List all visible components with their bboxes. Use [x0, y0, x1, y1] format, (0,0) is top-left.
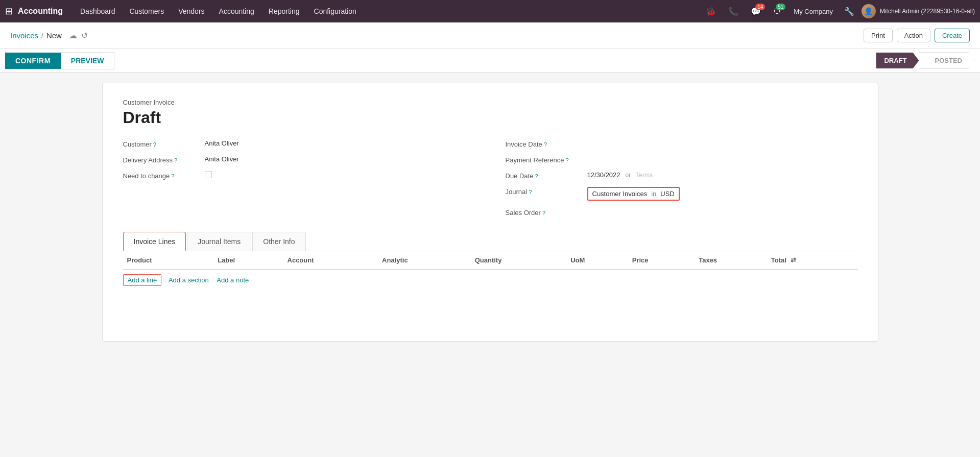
- status-bar: CONFIRM PREVIEW DRAFT POSTED: [0, 49, 980, 73]
- clock-icon[interactable]: ⏱ 51: [769, 5, 785, 18]
- save-cloud-icon[interactable]: ☁: [69, 31, 77, 40]
- nav-vendors[interactable]: Vendors: [171, 0, 211, 22]
- invoice-card: Customer Invoice Draft Customer ? Anita …: [102, 83, 878, 342]
- col-product: Product: [123, 251, 214, 270]
- due-date-label: Due Date ?: [506, 171, 587, 180]
- col-price: Price: [628, 251, 695, 270]
- col-uom: UoM: [566, 251, 628, 270]
- nav-dashboard[interactable]: Dashboard: [73, 0, 123, 22]
- customer-value[interactable]: Anita Oliver: [205, 139, 475, 147]
- payment-reference-label: Payment Reference ?: [506, 155, 587, 164]
- journal-in: in: [651, 190, 656, 198]
- status-left-actions: CONFIRM PREVIEW: [5, 52, 114, 69]
- status-posted[interactable]: POSTED: [919, 52, 975, 69]
- left-column: Customer ? Anita Oliver Delivery Address…: [123, 139, 475, 217]
- nav-configuration[interactable]: Configuration: [307, 0, 364, 22]
- breadcrumb-current: New: [46, 31, 62, 40]
- invoice-date-label: Invoice Date ?: [506, 139, 587, 148]
- delivery-help-icon[interactable]: ?: [174, 157, 177, 163]
- journal-currency: USD: [660, 190, 674, 198]
- form-grid: Customer ? Anita Oliver Delivery Address…: [123, 139, 857, 217]
- nav-reporting[interactable]: Reporting: [261, 0, 307, 22]
- user-name[interactable]: Mitchell Admin (22289530-16-0-all): [880, 8, 975, 15]
- table-header-row: Product Label Account Analytic Quantity …: [123, 251, 857, 270]
- bottom-padding: [123, 290, 857, 331]
- need-to-change-value: [205, 171, 475, 180]
- col-total: Total ⇄: [767, 251, 857, 270]
- settings-icon[interactable]: ⇄: [791, 256, 796, 264]
- sales-order-help-icon[interactable]: ?: [542, 210, 545, 216]
- customer-row: Customer ? Anita Oliver: [123, 139, 475, 148]
- payment-reference-row: Payment Reference ?: [506, 155, 857, 164]
- header-actions: Print Action Create: [864, 29, 970, 42]
- journal-help-icon[interactable]: ?: [529, 189, 532, 195]
- tab-other-info[interactable]: Other Info: [252, 232, 305, 251]
- invoice-date-row: Invoice Date ?: [506, 139, 857, 148]
- right-column: Invoice Date ? Payment Reference ? Due D…: [506, 139, 857, 217]
- status-draft[interactable]: DRAFT: [876, 53, 919, 68]
- terms-value[interactable]: Terms: [636, 172, 653, 179]
- tab-journal-items[interactable]: Journal Items: [187, 232, 251, 251]
- col-account: Account: [283, 251, 378, 270]
- need-to-change-help-icon[interactable]: ?: [171, 173, 174, 179]
- invoice-lines-table: Product Label Account Analytic Quantity …: [123, 251, 857, 290]
- col-label: Label: [213, 251, 283, 270]
- preview-button[interactable]: PREVIEW: [61, 52, 115, 69]
- add-note-button[interactable]: Add a note: [213, 275, 252, 285]
- delivery-address-value[interactable]: Anita Oliver: [205, 155, 475, 163]
- create-button[interactable]: Create: [935, 29, 970, 42]
- company-name: My Company: [794, 8, 833, 15]
- delivery-address-label: Delivery Address ?: [123, 155, 205, 164]
- breadcrumb-invoices[interactable]: Invoices: [10, 31, 38, 40]
- action-button[interactable]: Action: [897, 29, 930, 42]
- main-content: Customer Invoice Draft Customer ? Anita …: [82, 73, 899, 352]
- journal-label: Journal ?: [506, 187, 587, 196]
- avatar[interactable]: 👤: [862, 4, 876, 18]
- journal-value: Customer Invoices: [592, 190, 648, 198]
- chat-icon[interactable]: 💬 14: [747, 5, 765, 18]
- nav-accounting[interactable]: Accounting: [212, 0, 261, 22]
- wrench-icon[interactable]: 🔧: [844, 7, 854, 16]
- delivery-address-row: Delivery Address ? Anita Oliver: [123, 155, 475, 164]
- clock-badge: 51: [776, 4, 785, 10]
- tab-invoice-lines[interactable]: Invoice Lines: [123, 232, 186, 251]
- add-section-button[interactable]: Add a section: [165, 275, 212, 285]
- invoice-date-help-icon[interactable]: ?: [544, 141, 547, 148]
- nav-icons: 🐞 📞 💬 14 ⏱ 51 My Company 🔧 👤 Mitchell Ad…: [702, 4, 975, 18]
- journal-row: Journal ? Customer Invoices in USD: [506, 187, 857, 201]
- col-analytic: Analytic: [378, 251, 471, 270]
- invoice-type: Customer Invoice: [123, 99, 857, 106]
- need-to-change-row: Need to change ?: [123, 171, 475, 180]
- customer-help-icon[interactable]: ?: [153, 141, 156, 148]
- journal-field[interactable]: Customer Invoices in USD: [587, 187, 680, 201]
- tabs-nav: Invoice Lines Journal Items Other Info: [123, 232, 857, 251]
- customer-label: Customer ?: [123, 139, 205, 148]
- payment-reference-help-icon[interactable]: ?: [565, 157, 568, 163]
- phone-icon[interactable]: 📞: [724, 5, 743, 18]
- tabs-section: Invoice Lines Journal Items Other Info P…: [123, 232, 857, 290]
- table-add-row: Add a line Add a section Add a note: [123, 270, 857, 290]
- sales-order-row: Sales Order ?: [506, 208, 857, 217]
- undo-icon[interactable]: ↺: [81, 31, 88, 40]
- due-date-help-icon[interactable]: ?: [535, 173, 538, 179]
- breadcrumb-icons: ☁ ↺: [69, 31, 88, 40]
- confirm-button[interactable]: CONFIRM: [5, 53, 61, 69]
- sales-order-label: Sales Order ?: [506, 208, 587, 217]
- chat-badge: 14: [755, 4, 765, 10]
- col-taxes: Taxes: [695, 251, 767, 270]
- invoice-status-title: Draft: [123, 108, 857, 127]
- sub-header: Invoices / New ☁ ↺ Print Action Create: [0, 22, 980, 49]
- app-grid-icon[interactable]: ⊞: [5, 6, 13, 17]
- nav-customers[interactable]: Customers: [123, 0, 172, 22]
- table-add-cell: Add a line Add a section Add a note: [123, 270, 857, 290]
- due-date-value[interactable]: 12/30/2022: [587, 171, 620, 179]
- or-text: or: [626, 172, 631, 179]
- breadcrumb: Invoices / New ☁ ↺: [10, 31, 864, 40]
- due-date-value-row: 12/30/2022 or Terms: [587, 171, 653, 179]
- need-to-change-label: Need to change ?: [123, 171, 205, 180]
- breadcrumb-separator: /: [41, 32, 43, 40]
- bug-icon[interactable]: 🐞: [702, 5, 720, 18]
- need-to-change-checkbox[interactable]: [205, 171, 212, 178]
- print-button[interactable]: Print: [864, 29, 893, 42]
- add-line-button[interactable]: Add a line: [123, 274, 162, 286]
